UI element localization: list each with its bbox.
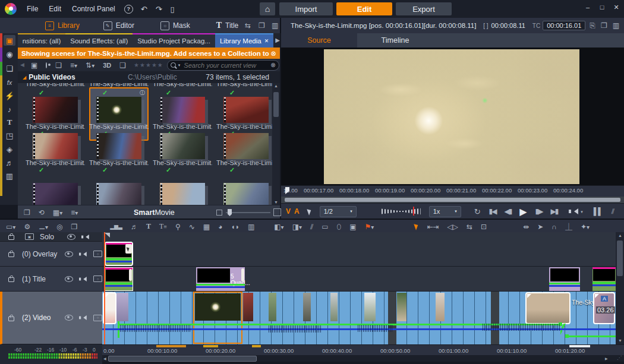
audio-line[interactable] — [196, 286, 245, 288]
keyframe-box-icon[interactable]: ○ — [93, 251, 102, 257]
lock-icon[interactable] — [8, 252, 14, 257]
collections-icon[interactable]: ❐ — [24, 208, 30, 217]
export-frame-icon[interactable]: ⎘ — [590, 21, 595, 30]
tabs-scroll-right-icon[interactable]: ▶ — [275, 37, 280, 43]
trash-icon[interactable]: ⬯ — [337, 223, 342, 231]
magnet-icon[interactable]: ∩ — [551, 223, 557, 231]
edit-mode-button[interactable]: Edit — [336, 2, 392, 15]
sidebar-montage-icon[interactable]: ◳ — [4, 130, 15, 141]
tab-editor[interactable]: ✎ Editor — [100, 18, 138, 33]
menu-control-panel[interactable]: Control Panel — [67, 5, 121, 13]
nav-back-icon[interactable]: ◀ — [20, 62, 24, 68]
tab-title[interactable]: T Title — [213, 18, 242, 33]
marker-flag-icon[interactable]: ⚑▾ — [365, 223, 374, 231]
volume-line[interactable] — [549, 283, 580, 284]
display-settings-icon[interactable]: ▭▾ — [6, 223, 15, 231]
timeline-playhead[interactable] — [104, 232, 105, 344]
tab-sound-effects[interactable]: Sound Effects: (all) — [65, 33, 133, 48]
track-header-overlay[interactable]: (0) Overlay ○ — [0, 242, 102, 267]
copy-window-icon[interactable]: ❐ — [259, 21, 265, 30]
copy-view-icon[interactable]: ❐ — [601, 21, 607, 30]
timeline-scrollbar[interactable]: ▲ ▼ — [616, 232, 624, 344]
trim-handle[interactable] — [125, 244, 132, 254]
lock-icon[interactable] — [8, 235, 14, 240]
volume-line[interactable] — [593, 282, 616, 284]
sort-icon[interactable]: ⇅▾ — [86, 61, 94, 69]
mark-out-icon[interactable]: ▌ — [598, 207, 603, 216]
trim-handle[interactable] — [241, 268, 244, 281]
list-item[interactable]: The-Sky-is-the-Limit...✓ — [153, 133, 212, 174]
multicam-grid-icon[interactable]: ▦ — [203, 223, 210, 231]
send-to-timeline-icon[interactable]: ➤ — [537, 223, 543, 231]
loop-icon[interactable]: ↻ — [474, 207, 481, 216]
gear-icon[interactable]: ⚙ — [24, 223, 30, 231]
keyframe-box-icon[interactable]: ○ — [93, 315, 102, 321]
help-icon[interactable]: ? — [124, 5, 133, 14]
scroll-right-icon[interactable]: ▶ — [605, 356, 608, 360]
speed-select[interactable]: 1x▾ — [429, 206, 461, 217]
collapse-icon[interactable]: ◢ — [23, 75, 26, 80]
scorefitter-icon[interactable]: ♬ — [131, 223, 138, 231]
video-thumbnail[interactable] — [33, 97, 78, 123]
video-frame[interactable] — [324, 49, 579, 184]
keyframe-dot[interactable] — [565, 334, 569, 338]
preview-eye-icon[interactable] — [46, 62, 47, 68]
sidebar-layers-icon[interactable]: ◈ — [4, 144, 15, 154]
tab-library[interactable]: ≡ Library — [42, 18, 83, 33]
speaker-icon[interactable] — [83, 235, 89, 239]
frame-box-icon[interactable]: ⊡ — [481, 223, 487, 231]
scroll-down-icon[interactable]: ▼ — [618, 338, 622, 343]
marker-in-icon[interactable]: ◧▾ — [274, 223, 283, 231]
video-thumbnail[interactable] — [160, 183, 205, 205]
list-item-selected[interactable]: ✓ The-Sky-is-the-Limit...✓ — [89, 89, 149, 138]
scroll-up-icon[interactable]: ▲ — [618, 233, 622, 238]
menu-edit[interactable]: Edit — [43, 5, 67, 13]
search-dropdown-icon[interactable]: ▾ — [178, 63, 181, 68]
play-icon[interactable]: ▶ — [519, 206, 527, 217]
audio-line[interactable] — [106, 261, 132, 262]
breadcrumb-folder[interactable]: Public Videos — [29, 73, 75, 81]
select-tool-icon[interactable] — [414, 223, 420, 230]
3d-filter[interactable]: 3D — [103, 62, 111, 69]
sidebar-media-bin-icon[interactable]: ▣ — [4, 35, 15, 46]
preview-ruler[interactable]: 16.00 00:00:17.00 00:00:18.00 00:00:19.0… — [281, 185, 624, 197]
keyframe-box-icon[interactable]: ○ — [93, 276, 102, 282]
eye-icon[interactable] — [65, 251, 73, 257]
minimize-button[interactable]: – — [581, 2, 594, 12]
eraser-icon[interactable]: ◖◗ — [231, 223, 239, 231]
sidebar-titles-icon[interactable]: T — [4, 117, 15, 128]
lock-icon[interactable] — [8, 316, 14, 321]
list-view-icon[interactable]: ≡▾ — [71, 208, 78, 217]
slide-tool-icon[interactable]: ⇆ — [467, 223, 472, 231]
scrollbar-thumb[interactable] — [273, 92, 279, 117]
sidebar-keyboard-icon[interactable]: ▥ — [4, 170, 15, 181]
export-window-icon[interactable]: ❐ — [71, 223, 77, 231]
audio-scrub-icon[interactable]: ⏊ — [565, 223, 572, 231]
resize-grip[interactable]: ⋰ — [617, 355, 622, 360]
selected-scene[interactable] — [193, 292, 242, 344]
export-button[interactable]: Export — [396, 2, 452, 15]
folder-icon[interactable]: ❏ — [55, 61, 62, 69]
video-thumbnail[interactable] — [223, 133, 269, 159]
library-scrollbar[interactable]: ▲ ▼ — [272, 83, 280, 205]
trim-handle[interactable] — [129, 269, 132, 281]
split-clip-icon[interactable]: ⫽ — [612, 207, 614, 216]
search-input[interactable] — [182, 61, 268, 69]
eye-icon[interactable] — [67, 234, 75, 240]
sidebar-videos-icon[interactable]: ◉ — [4, 49, 15, 59]
title-clip-3[interactable] — [549, 267, 580, 291]
timeline-ruler[interactable]: 0.00 00:00:10.00 00:00:20.00 00:00:30.00… — [102, 344, 624, 356]
video-track-lane[interactable]: The-Sky-i... A 03.26 — [102, 292, 616, 344]
voiceover-mic-icon[interactable]: ⚲ — [175, 223, 181, 231]
scroll-left-icon[interactable]: ◀ — [103, 356, 106, 360]
list-item[interactable]: ✓ The-Sky-is-the-Limit...✓ — [153, 89, 212, 138]
audio-line[interactable] — [105, 285, 133, 287]
chevron-down-icon[interactable]: ▾ — [581, 210, 583, 214]
go-to-end-icon[interactable]: ▶▮ — [550, 207, 557, 216]
scroll-down-icon[interactable]: ▼ — [274, 200, 278, 204]
cursor-tool-icon[interactable] — [307, 208, 312, 215]
subtitle-tool-icon[interactable]: T≡ — [159, 222, 167, 231]
maximize-button[interactable]: □ — [595, 2, 609, 12]
keyboard-icon[interactable]: ▥ — [248, 223, 254, 231]
title-track-lane[interactable]: 5 Quad... — [102, 267, 616, 292]
